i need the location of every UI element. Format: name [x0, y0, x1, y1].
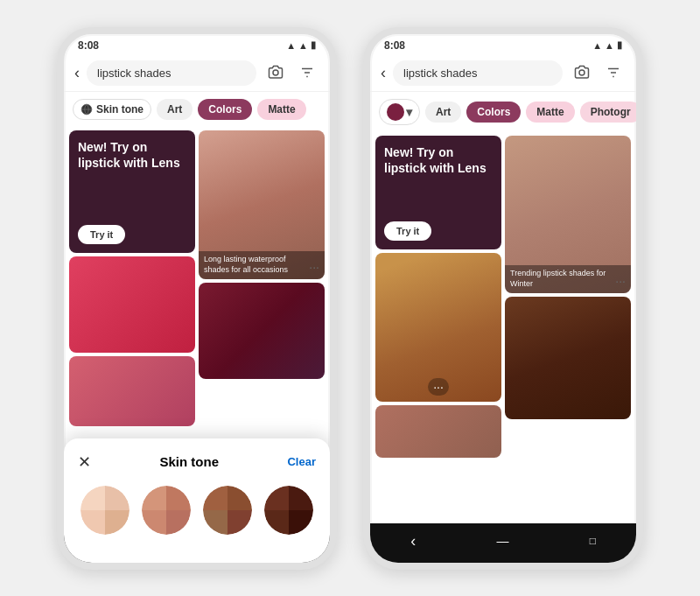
- chip-colors-1[interactable]: Colors: [198, 99, 252, 120]
- battery-icon-2: ▮: [617, 39, 622, 51]
- nav-recents-2[interactable]: □: [590, 535, 596, 547]
- more-options-icon[interactable]: ···: [309, 259, 319, 275]
- chip-matte-1[interactable]: Matte: [257, 99, 305, 120]
- chip-art-2[interactable]: Art: [425, 102, 461, 123]
- chip-skin-tone-label: Skin tone: [96, 103, 144, 116]
- chip-skin-tone[interactable]: Skin tone: [73, 99, 151, 120]
- search-input-2[interactable]: lipstick shades: [393, 60, 563, 86]
- camera-icon-2[interactable]: [570, 60, 594, 85]
- tone-medium-light[interactable]: [142, 486, 191, 535]
- phones-container: 8:08 ▲ ▲ ▮ ‹ lipstick shades: [57, 27, 643, 570]
- left-col-2: New! Try on lipstick with Lens Try it ··…: [375, 136, 501, 520]
- phone-1: 8:08 ▲ ▲ ▮ ‹ lipstick shades: [57, 27, 337, 570]
- svg-point-5: [579, 70, 584, 75]
- signal-icon: ▲: [286, 40, 296, 51]
- wifi-icon-2: ▲: [605, 40, 614, 51]
- filter-chips-2: ▾ Art Colors Matte Photogr: [370, 92, 636, 132]
- status-icons-1: ▲ ▲ ▮: [286, 39, 316, 51]
- right-col-2: Trending lipstick shades for Winter ···: [505, 136, 631, 520]
- nav-back-2[interactable]: ‹: [410, 532, 416, 550]
- chip-color-dot-2[interactable]: ▾: [379, 99, 420, 125]
- nav-home-2[interactable]: —: [496, 534, 508, 548]
- signal-icon-2: ▲: [592, 40, 602, 51]
- back-button-2[interactable]: ‹: [381, 64, 386, 82]
- face-dark-image[interactable]: [505, 297, 631, 419]
- tone-circles: [78, 486, 316, 535]
- chip-colors-2[interactable]: Colors: [466, 102, 521, 123]
- sheet-clear-button[interactable]: Clear: [287, 455, 316, 468]
- search-input-1[interactable]: lipstick shades: [87, 60, 256, 86]
- try-on-title-2: New! Try on lipstick with Lens: [384, 144, 493, 176]
- time-2: 8:08: [384, 39, 405, 52]
- try-on-card-1: New! Try on lipstick with Lens Try it: [69, 130, 195, 253]
- chip-matte-2[interactable]: Matte: [526, 102, 574, 123]
- lipstick-caption-text: Long lasting waterproof shades for all o…: [204, 255, 309, 275]
- search-bar-2: ‹ lipstick shades: [370, 55, 636, 92]
- lipstick-apply-image[interactable]: Long lasting waterproof shades for all o…: [199, 130, 325, 279]
- try-on-title-1: New! Try on lipstick with Lens: [78, 139, 186, 171]
- sheet-header: ✕ Skin tone Clear: [78, 452, 316, 472]
- lipstick-product-image[interactable]: [199, 283, 325, 379]
- filter-icon-2[interactable]: [601, 60, 626, 85]
- svg-point-0: [273, 70, 278, 75]
- sheet-close-button[interactable]: ✕: [78, 452, 91, 472]
- bottom-nav-2: ‹ — □: [370, 523, 636, 563]
- status-bar-1: 8:08 ▲ ▲ ▮: [64, 34, 330, 55]
- chip-photog-2[interactable]: Photogr: [580, 102, 636, 123]
- time-1: 8:08: [78, 39, 99, 52]
- tone-dark[interactable]: [264, 486, 313, 535]
- try-it-button-2[interactable]: Try it: [384, 221, 431, 241]
- status-icons-2: ▲ ▲ ▮: [592, 39, 622, 51]
- search-icons-1: [263, 60, 319, 85]
- back-button-1[interactable]: ‹: [74, 64, 80, 82]
- red-lips-image-1[interactable]: [69, 256, 195, 353]
- tone-medium[interactable]: [203, 486, 252, 535]
- sheet-title: Skin tone: [159, 454, 219, 469]
- image-grid-2: New! Try on lipstick with Lens Try it ··…: [370, 132, 636, 523]
- tone-light[interactable]: [80, 486, 130, 535]
- lips-partial-image[interactable]: [375, 405, 501, 458]
- more-dots-1[interactable]: ···: [375, 379, 501, 395]
- camera-icon-1[interactable]: [263, 60, 288, 85]
- face-bronze-image[interactable]: ···: [375, 253, 501, 402]
- chip-art-1[interactable]: Art: [157, 99, 192, 120]
- wifi-icon: ▲: [298, 40, 308, 51]
- search-bar-1: ‹ lipstick shades: [64, 55, 330, 92]
- filter-chips-1: Skin tone Art Colors Matte: [64, 92, 330, 127]
- lipstick-caption: Long lasting waterproof shades for all o…: [199, 251, 325, 278]
- status-bar-2: 8:08 ▲ ▲ ▮: [370, 34, 636, 55]
- lips-nude-image[interactable]: Trending lipstick shades for Winter ···: [505, 136, 631, 293]
- more-options-icon-2[interactable]: ···: [615, 273, 626, 289]
- try-on-card-2: New! Try on lipstick with Lens Try it: [375, 136, 501, 249]
- winter-caption: Trending lipstick shades for Winter ···: [505, 265, 631, 292]
- try-it-button-1[interactable]: Try it: [78, 225, 125, 244]
- phone-2: 8:08 ▲ ▲ ▮ ‹ lipstick shades: [363, 27, 643, 570]
- dropdown-arrow-icon: ▾: [406, 105, 412, 119]
- battery-icon: ▮: [311, 39, 316, 51]
- skin-color-swatch: [387, 103, 404, 121]
- content-area-2: New! Try on lipstick with Lens Try it ··…: [370, 132, 636, 523]
- filter-icon-1[interactable]: [295, 60, 319, 85]
- winter-caption-text: Trending lipstick shades for Winter: [510, 269, 615, 289]
- skin-tone-sheet: ✕ Skin tone Clear: [64, 438, 330, 563]
- brush-image-1[interactable]: [69, 356, 195, 426]
- search-icons-2: [570, 60, 626, 85]
